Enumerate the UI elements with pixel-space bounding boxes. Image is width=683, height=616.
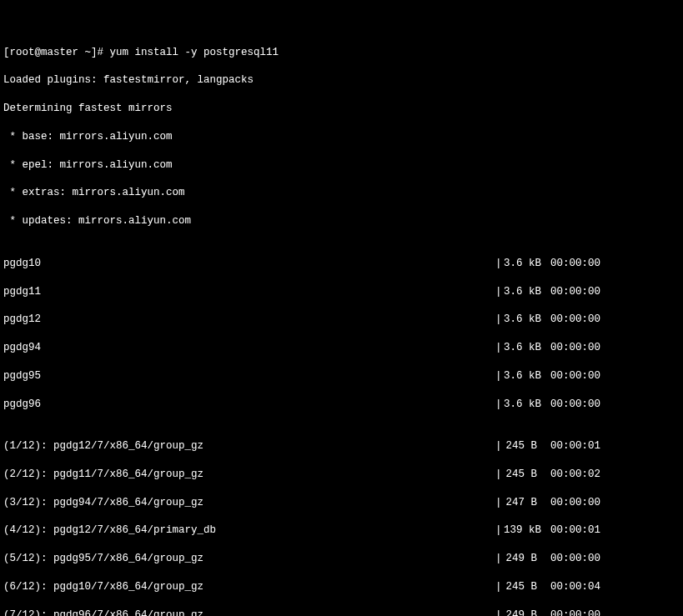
download-time: 00:00:00	[550, 552, 609, 566]
pipe-icon: |	[495, 369, 504, 383]
download-size: 247 B	[504, 496, 537, 510]
repo-size: 3.6 kB	[504, 285, 537, 299]
repo-time: 00:00:00	[550, 313, 609, 327]
mirror-epel: * epel: mirrors.aliyun.com	[3, 158, 680, 173]
download-name: (4/12): pgdg12/7/x86_64/primary_db	[3, 523, 495, 538]
pipe-icon: |	[495, 523, 504, 538]
download-size: 249 B	[504, 552, 537, 566]
determining-mirrors: Determining fastest mirrors	[3, 102, 680, 116]
download-row: (2/12): pgdg11/7/x86_64/group_gz|245 B00…	[3, 468, 680, 482]
download-row: (5/12): pgdg95/7/x86_64/group_gz|249 B00…	[3, 552, 680, 566]
mirror-base: * base: mirrors.aliyun.com	[3, 130, 680, 144]
repo-time: 00:00:00	[550, 257, 609, 271]
repo-row: pgdg10|3.6 kB00:00:00	[3, 257, 680, 271]
download-row: (1/12): pgdg12/7/x86_64/group_gz|245 B00…	[3, 439, 680, 453]
download-size: 245 B	[504, 468, 537, 482]
loaded-plugins: Loaded plugins: fastestmirror, langpacks	[3, 73, 680, 88]
pipe-icon: |	[495, 496, 504, 510]
pipe-icon: |	[495, 398, 504, 412]
mirror-extras: * extras: mirrors.aliyun.com	[3, 186, 680, 200]
download-name: (1/12): pgdg12/7/x86_64/group_gz	[3, 439, 495, 453]
pipe-icon: |	[495, 552, 504, 566]
repo-time: 00:00:00	[550, 341, 609, 355]
repo-size: 3.6 kB	[504, 398, 537, 412]
download-time: 00:00:01	[550, 439, 609, 453]
repo-name: pgdg11	[3, 285, 495, 299]
pipe-icon: |	[495, 285, 504, 299]
repo-name: pgdg12	[3, 313, 495, 327]
repo-row: pgdg96|3.6 kB00:00:00	[3, 398, 680, 412]
download-time: 00:00:00	[550, 496, 609, 510]
download-row: (3/12): pgdg94/7/x86_64/group_gz|247 B00…	[3, 496, 680, 510]
pipe-icon: |	[495, 580, 504, 594]
pipe-icon: |	[495, 468, 504, 482]
download-time: 00:00:02	[550, 468, 609, 482]
repo-time: 00:00:00	[550, 398, 609, 412]
download-time: 00:00:00	[550, 608, 609, 616]
download-name: (2/12): pgdg11/7/x86_64/group_gz	[3, 468, 495, 482]
repo-name: pgdg95	[3, 369, 495, 383]
download-row: (6/12): pgdg10/7/x86_64/group_gz|245 B00…	[3, 580, 680, 594]
pipe-icon: |	[495, 313, 504, 327]
pipe-icon: |	[495, 341, 504, 355]
download-row: (4/12): pgdg12/7/x86_64/primary_db|139 k…	[3, 523, 680, 538]
repo-size: 3.6 kB	[504, 257, 537, 271]
pipe-icon: |	[495, 439, 504, 453]
download-time: 00:00:04	[550, 580, 609, 594]
repo-size: 3.6 kB	[504, 313, 537, 327]
repo-row: pgdg11|3.6 kB00:00:00	[3, 285, 680, 299]
repo-row: pgdg12|3.6 kB00:00:00	[3, 313, 680, 327]
mirror-updates: * updates: mirrors.aliyun.com	[3, 214, 680, 228]
repo-time: 00:00:00	[550, 369, 609, 383]
repo-name: pgdg10	[3, 257, 495, 271]
download-name: (7/12): pgdg96/7/x86_64/group_gz	[3, 608, 495, 616]
download-row: (7/12): pgdg96/7/x86_64/group_gz|249 B00…	[3, 608, 680, 616]
download-size: 245 B	[504, 439, 537, 453]
download-name: (5/12): pgdg95/7/x86_64/group_gz	[3, 552, 495, 566]
repo-time: 00:00:00	[550, 285, 609, 299]
repo-name: pgdg96	[3, 398, 495, 412]
download-size: 245 B	[504, 580, 537, 594]
repo-size: 3.6 kB	[504, 341, 537, 355]
repo-name: pgdg94	[3, 341, 495, 355]
download-name: (3/12): pgdg94/7/x86_64/group_gz	[3, 496, 495, 510]
download-size: 139 kB	[504, 523, 537, 538]
pipe-icon: |	[495, 608, 504, 616]
download-time: 00:00:01	[550, 523, 609, 538]
download-name: (6/12): pgdg10/7/x86_64/group_gz	[3, 580, 495, 594]
repo-size: 3.6 kB	[504, 369, 537, 383]
download-size: 249 B	[504, 608, 537, 616]
repo-row: pgdg94|3.6 kB00:00:00	[3, 341, 680, 355]
pipe-icon: |	[495, 257, 504, 271]
repo-row: pgdg95|3.6 kB00:00:00	[3, 369, 680, 383]
prompt: [root@master ~]# yum install -y postgres…	[3, 46, 680, 60]
